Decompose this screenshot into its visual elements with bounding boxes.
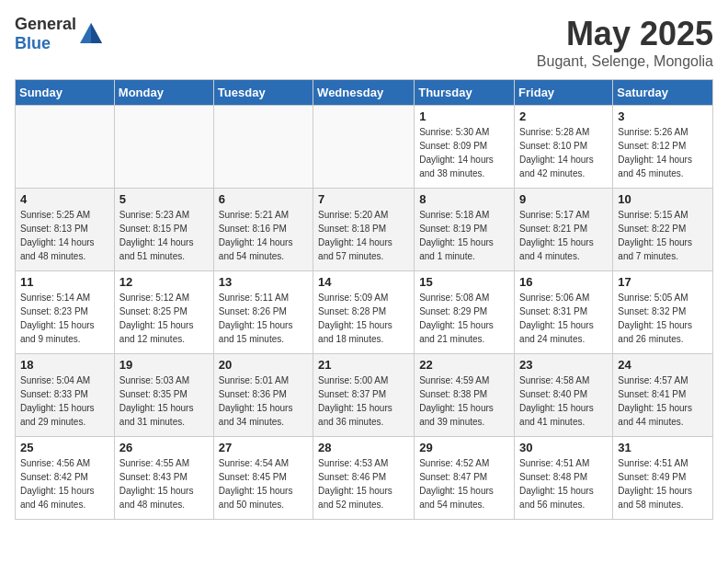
logo-icon [78, 21, 104, 47]
table-row: 22Sunrise: 4:59 AM Sunset: 8:38 PM Dayli… [415, 354, 515, 437]
header-monday: Monday [114, 80, 213, 106]
day-info: Sunrise: 4:51 AM Sunset: 8:49 PM Dayligh… [618, 456, 708, 511]
day-info: Sunrise: 5:28 AM Sunset: 8:10 PM Dayligh… [519, 125, 608, 180]
table-row [16, 106, 115, 189]
table-row: 27Sunrise: 4:54 AM Sunset: 8:45 PM Dayli… [213, 437, 313, 520]
day-number: 7 [318, 192, 409, 206]
day-info: Sunrise: 5:06 AM Sunset: 8:31 PM Dayligh… [519, 291, 608, 346]
table-row: 19Sunrise: 5:03 AM Sunset: 8:35 PM Dayli… [114, 354, 213, 437]
day-info: Sunrise: 4:57 AM Sunset: 8:41 PM Dayligh… [618, 373, 708, 429]
day-number: 29 [419, 441, 509, 454]
header-sunday: Sunday [16, 80, 115, 106]
table-row: 26Sunrise: 4:55 AM Sunset: 8:43 PM Dayli… [114, 437, 213, 520]
logo: General Blue [15, 15, 104, 53]
week-row-3: 11Sunrise: 5:14 AM Sunset: 8:23 PM Dayli… [16, 271, 713, 354]
table-row: 13Sunrise: 5:11 AM Sunset: 8:26 PM Dayli… [213, 271, 313, 354]
table-row: 20Sunrise: 5:01 AM Sunset: 8:36 PM Dayli… [213, 354, 313, 437]
day-info: Sunrise: 5:18 AM Sunset: 8:19 PM Dayligh… [419, 208, 509, 263]
day-number: 8 [419, 192, 509, 206]
day-number: 14 [318, 275, 409, 289]
day-info: Sunrise: 5:15 AM Sunset: 8:22 PM Dayligh… [618, 208, 708, 263]
day-info: Sunrise: 5:30 AM Sunset: 8:09 PM Dayligh… [419, 125, 509, 180]
table-row: 25Sunrise: 4:56 AM Sunset: 8:42 PM Dayli… [16, 437, 115, 520]
day-info: Sunrise: 4:54 AM Sunset: 8:45 PM Dayligh… [219, 456, 308, 511]
day-number: 1 [419, 109, 509, 123]
day-number: 10 [618, 192, 708, 206]
table-row: 5Sunrise: 5:23 AM Sunset: 8:15 PM Daylig… [114, 189, 213, 271]
day-number: 2 [519, 109, 608, 123]
day-number: 11 [20, 275, 109, 289]
day-info: Sunrise: 5:23 AM Sunset: 8:15 PM Dayligh… [119, 208, 209, 263]
header-thursday: Thursday [415, 80, 515, 106]
day-info: Sunrise: 5:12 AM Sunset: 8:25 PM Dayligh… [119, 291, 209, 346]
day-info: Sunrise: 4:53 AM Sunset: 8:46 PM Dayligh… [318, 456, 409, 511]
day-info: Sunrise: 5:26 AM Sunset: 8:12 PM Dayligh… [618, 125, 708, 180]
day-number: 17 [618, 275, 708, 289]
day-info: Sunrise: 5:03 AM Sunset: 8:35 PM Dayligh… [119, 373, 209, 429]
table-row [213, 106, 313, 189]
day-number: 26 [119, 441, 209, 454]
table-row: 18Sunrise: 5:04 AM Sunset: 8:33 PM Dayli… [16, 354, 115, 437]
table-row: 10Sunrise: 5:15 AM Sunset: 8:22 PM Dayli… [613, 189, 713, 271]
day-info: Sunrise: 5:14 AM Sunset: 8:23 PM Dayligh… [20, 291, 109, 346]
day-info: Sunrise: 4:59 AM Sunset: 8:38 PM Dayligh… [419, 373, 509, 429]
table-row: 2Sunrise: 5:28 AM Sunset: 8:10 PM Daylig… [515, 106, 613, 189]
header-wednesday: Wednesday [313, 80, 415, 106]
day-number: 19 [119, 358, 209, 372]
calendar-table: Sunday Monday Tuesday Wednesday Thursday… [15, 79, 713, 520]
day-info: Sunrise: 5:25 AM Sunset: 8:13 PM Dayligh… [20, 208, 109, 263]
day-number: 28 [318, 441, 409, 454]
day-info: Sunrise: 5:20 AM Sunset: 8:18 PM Dayligh… [318, 208, 409, 263]
table-row [114, 106, 213, 189]
logo-general: General [15, 15, 76, 33]
day-number: 12 [119, 275, 209, 289]
day-info: Sunrise: 4:58 AM Sunset: 8:40 PM Dayligh… [519, 373, 608, 429]
table-row: 4Sunrise: 5:25 AM Sunset: 8:13 PM Daylig… [16, 189, 115, 271]
day-number: 6 [219, 192, 308, 206]
table-row: 28Sunrise: 4:53 AM Sunset: 8:46 PM Dayli… [313, 437, 415, 520]
day-info: Sunrise: 5:01 AM Sunset: 8:36 PM Dayligh… [219, 373, 308, 429]
day-number: 30 [519, 441, 608, 454]
table-row: 17Sunrise: 5:05 AM Sunset: 8:32 PM Dayli… [613, 271, 713, 354]
week-row-1: 1Sunrise: 5:30 AM Sunset: 8:09 PM Daylig… [16, 106, 713, 189]
table-row: 7Sunrise: 5:20 AM Sunset: 8:18 PM Daylig… [313, 189, 415, 271]
table-row: 11Sunrise: 5:14 AM Sunset: 8:23 PM Dayli… [16, 271, 115, 354]
day-number: 22 [419, 358, 509, 372]
day-info: Sunrise: 5:04 AM Sunset: 8:33 PM Dayligh… [20, 373, 109, 429]
day-number: 21 [318, 358, 409, 372]
svg-marker-1 [91, 23, 102, 43]
day-number: 27 [219, 441, 308, 454]
table-row: 29Sunrise: 4:52 AM Sunset: 8:47 PM Dayli… [415, 437, 515, 520]
table-row: 9Sunrise: 5:17 AM Sunset: 8:21 PM Daylig… [515, 189, 613, 271]
header-saturday: Saturday [613, 80, 713, 106]
day-number: 15 [419, 275, 509, 289]
logo-blue: Blue [15, 34, 51, 52]
table-row: 24Sunrise: 4:57 AM Sunset: 8:41 PM Dayli… [613, 354, 713, 437]
day-info: Sunrise: 5:11 AM Sunset: 8:26 PM Dayligh… [219, 291, 308, 346]
table-row: 3Sunrise: 5:26 AM Sunset: 8:12 PM Daylig… [613, 106, 713, 189]
table-row: 31Sunrise: 4:51 AM Sunset: 8:49 PM Dayli… [613, 437, 713, 520]
table-row [313, 106, 415, 189]
weekday-header-row: Sunday Monday Tuesday Wednesday Thursday… [16, 80, 713, 106]
day-number: 9 [519, 192, 608, 206]
day-number: 25 [20, 441, 109, 454]
day-info: Sunrise: 4:52 AM Sunset: 8:47 PM Dayligh… [419, 456, 509, 511]
day-info: Sunrise: 5:00 AM Sunset: 8:37 PM Dayligh… [318, 373, 409, 429]
header-friday: Friday [515, 80, 613, 106]
day-info: Sunrise: 4:55 AM Sunset: 8:43 PM Dayligh… [119, 456, 209, 511]
day-info: Sunrise: 4:56 AM Sunset: 8:42 PM Dayligh… [20, 456, 109, 511]
day-info: Sunrise: 5:08 AM Sunset: 8:29 PM Dayligh… [419, 291, 509, 346]
day-info: Sunrise: 5:05 AM Sunset: 8:32 PM Dayligh… [618, 291, 708, 346]
day-number: 20 [219, 358, 308, 372]
table-row: 12Sunrise: 5:12 AM Sunset: 8:25 PM Dayli… [114, 271, 213, 354]
day-info: Sunrise: 5:17 AM Sunset: 8:21 PM Dayligh… [519, 208, 608, 263]
table-row: 6Sunrise: 5:21 AM Sunset: 8:16 PM Daylig… [213, 189, 313, 271]
day-number: 5 [119, 192, 209, 206]
day-info: Sunrise: 5:21 AM Sunset: 8:16 PM Dayligh… [219, 208, 308, 263]
table-row: 23Sunrise: 4:58 AM Sunset: 8:40 PM Dayli… [515, 354, 613, 437]
location-subtitle: Bugant, Selenge, Mongolia [537, 53, 713, 70]
day-number: 18 [20, 358, 109, 372]
logo-text: General Blue [15, 15, 76, 53]
day-number: 3 [618, 109, 708, 123]
table-row: 15Sunrise: 5:08 AM Sunset: 8:29 PM Dayli… [415, 271, 515, 354]
